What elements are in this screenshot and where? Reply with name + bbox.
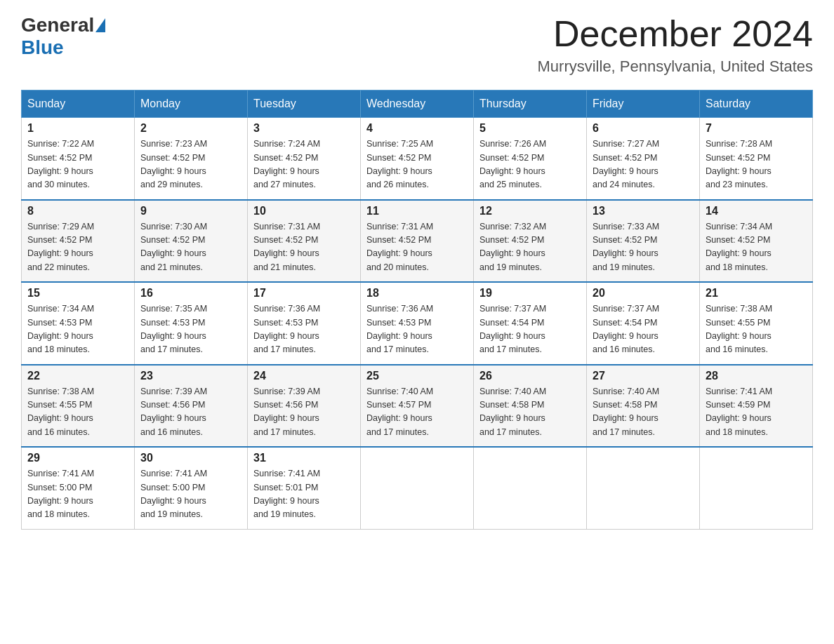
day-number: 4 [366, 122, 468, 135]
table-row [700, 447, 813, 529]
title-section: December 2024 Murrysville, Pennsylvania,… [538, 14, 814, 76]
col-tuesday: Tuesday [248, 90, 361, 118]
table-row: 6Sunrise: 7:27 AMSunset: 4:52 PMDaylight… [587, 118, 700, 200]
day-info: Sunrise: 7:40 AMSunset: 4:58 PMDaylight:… [479, 385, 581, 440]
table-row: 28Sunrise: 7:41 AMSunset: 4:59 PMDayligh… [700, 365, 813, 448]
calendar-week-3: 15Sunrise: 7:34 AMSunset: 4:53 PMDayligh… [22, 282, 813, 365]
day-info: Sunrise: 7:26 AMSunset: 4:52 PMDaylight:… [479, 137, 581, 192]
day-info: Sunrise: 7:40 AMSunset: 4:58 PMDaylight:… [593, 385, 694, 440]
day-info: Sunrise: 7:31 AMSunset: 4:52 PMDaylight:… [366, 220, 468, 275]
table-row: 22Sunrise: 7:38 AMSunset: 4:55 PMDayligh… [22, 365, 135, 448]
day-number: 23 [140, 370, 241, 382]
day-number: 16 [140, 287, 241, 300]
table-row: 21Sunrise: 7:38 AMSunset: 4:55 PMDayligh… [700, 282, 813, 365]
day-info: Sunrise: 7:27 AMSunset: 4:52 PMDaylight:… [593, 137, 694, 192]
day-info: Sunrise: 7:31 AMSunset: 4:52 PMDaylight:… [253, 220, 355, 275]
table-row: 19Sunrise: 7:37 AMSunset: 4:54 PMDayligh… [474, 282, 587, 365]
table-row: 16Sunrise: 7:35 AMSunset: 4:53 PMDayligh… [135, 282, 248, 365]
day-info: Sunrise: 7:34 AMSunset: 4:52 PMDaylight:… [706, 220, 807, 275]
table-row: 3Sunrise: 7:24 AMSunset: 4:52 PMDaylight… [248, 118, 361, 200]
col-friday: Friday [587, 90, 700, 118]
table-row: 24Sunrise: 7:39 AMSunset: 4:56 PMDayligh… [248, 365, 361, 448]
day-info: Sunrise: 7:38 AMSunset: 4:55 PMDaylight:… [27, 385, 128, 440]
day-info: Sunrise: 7:25 AMSunset: 4:52 PMDaylight:… [366, 137, 468, 192]
day-number: 19 [479, 287, 581, 300]
day-info: Sunrise: 7:41 AMSunset: 5:00 PMDaylight:… [27, 467, 128, 522]
table-row: 1Sunrise: 7:22 AMSunset: 4:52 PMDaylight… [22, 118, 135, 200]
logo: General Blue [21, 14, 107, 59]
table-row: 13Sunrise: 7:33 AMSunset: 4:52 PMDayligh… [587, 200, 700, 283]
table-row [587, 447, 700, 529]
day-number: 15 [27, 287, 128, 300]
day-info: Sunrise: 7:24 AMSunset: 4:52 PMDaylight:… [253, 137, 355, 192]
day-info: Sunrise: 7:41 AMSunset: 5:00 PMDaylight:… [140, 467, 241, 522]
day-number: 26 [479, 370, 581, 382]
day-info: Sunrise: 7:32 AMSunset: 4:52 PMDaylight:… [479, 220, 581, 275]
day-info: Sunrise: 7:29 AMSunset: 4:52 PMDaylight:… [27, 220, 128, 275]
day-info: Sunrise: 7:40 AMSunset: 4:57 PMDaylight:… [366, 385, 468, 440]
calendar-header-row: Sunday Monday Tuesday Wednesday Thursday… [22, 90, 813, 118]
location-title: Murrysville, Pennsylvania, United States [538, 58, 814, 76]
table-row: 2Sunrise: 7:23 AMSunset: 4:52 PMDaylight… [135, 118, 248, 200]
calendar-week-2: 8Sunrise: 7:29 AMSunset: 4:52 PMDaylight… [22, 200, 813, 283]
day-number: 17 [253, 287, 355, 300]
table-row: 4Sunrise: 7:25 AMSunset: 4:52 PMDaylight… [361, 118, 474, 200]
day-number: 7 [706, 122, 807, 135]
day-number: 3 [253, 122, 355, 135]
col-wednesday: Wednesday [361, 90, 474, 118]
table-row: 9Sunrise: 7:30 AMSunset: 4:52 PMDaylight… [135, 200, 248, 283]
logo-triangle-icon [95, 18, 105, 32]
calendar-week-4: 22Sunrise: 7:38 AMSunset: 4:55 PMDayligh… [22, 365, 813, 448]
col-sunday: Sunday [22, 90, 135, 118]
calendar-table: Sunday Monday Tuesday Wednesday Thursday… [21, 90, 813, 530]
day-info: Sunrise: 7:41 AMSunset: 5:01 PMDaylight:… [253, 467, 355, 522]
day-number: 31 [253, 452, 355, 464]
col-saturday: Saturday [700, 90, 813, 118]
day-number: 13 [593, 205, 694, 217]
page-header: General Blue December 2024 Murrysville, … [21, 14, 813, 76]
day-info: Sunrise: 7:39 AMSunset: 4:56 PMDaylight:… [140, 385, 241, 440]
day-info: Sunrise: 7:36 AMSunset: 4:53 PMDaylight:… [253, 302, 355, 357]
day-number: 29 [27, 452, 128, 464]
calendar-week-1: 1Sunrise: 7:22 AMSunset: 4:52 PMDaylight… [22, 118, 813, 200]
table-row: 25Sunrise: 7:40 AMSunset: 4:57 PMDayligh… [361, 365, 474, 448]
day-number: 22 [27, 370, 128, 382]
table-row: 18Sunrise: 7:36 AMSunset: 4:53 PMDayligh… [361, 282, 474, 365]
col-thursday: Thursday [474, 90, 587, 118]
table-row: 5Sunrise: 7:26 AMSunset: 4:52 PMDaylight… [474, 118, 587, 200]
table-row: 23Sunrise: 7:39 AMSunset: 4:56 PMDayligh… [135, 365, 248, 448]
day-number: 28 [706, 370, 807, 382]
day-number: 10 [253, 205, 355, 217]
day-number: 11 [366, 205, 468, 217]
logo-blue-text: Blue [21, 36, 64, 58]
day-info: Sunrise: 7:41 AMSunset: 4:59 PMDaylight:… [706, 385, 807, 440]
table-row: 8Sunrise: 7:29 AMSunset: 4:52 PMDaylight… [22, 200, 135, 283]
day-number: 20 [593, 287, 694, 300]
month-title: December 2024 [538, 14, 814, 54]
day-number: 8 [27, 205, 128, 217]
table-row: 20Sunrise: 7:37 AMSunset: 4:54 PMDayligh… [587, 282, 700, 365]
col-monday: Monday [135, 90, 248, 118]
calendar-week-5: 29Sunrise: 7:41 AMSunset: 5:00 PMDayligh… [22, 447, 813, 529]
table-row: 15Sunrise: 7:34 AMSunset: 4:53 PMDayligh… [22, 282, 135, 365]
table-row: 11Sunrise: 7:31 AMSunset: 4:52 PMDayligh… [361, 200, 474, 283]
day-number: 24 [253, 370, 355, 382]
day-number: 2 [140, 122, 241, 135]
table-row: 30Sunrise: 7:41 AMSunset: 5:00 PMDayligh… [135, 447, 248, 529]
day-info: Sunrise: 7:30 AMSunset: 4:52 PMDaylight:… [140, 220, 241, 275]
table-row: 12Sunrise: 7:32 AMSunset: 4:52 PMDayligh… [474, 200, 587, 283]
day-number: 1 [27, 122, 128, 135]
day-info: Sunrise: 7:28 AMSunset: 4:52 PMDaylight:… [706, 137, 807, 192]
table-row: 17Sunrise: 7:36 AMSunset: 4:53 PMDayligh… [248, 282, 361, 365]
table-row [361, 447, 474, 529]
day-info: Sunrise: 7:39 AMSunset: 4:56 PMDaylight:… [253, 385, 355, 440]
day-info: Sunrise: 7:35 AMSunset: 4:53 PMDaylight:… [140, 302, 241, 357]
table-row: 26Sunrise: 7:40 AMSunset: 4:58 PMDayligh… [474, 365, 587, 448]
day-number: 25 [366, 370, 468, 382]
day-number: 6 [593, 122, 694, 135]
day-info: Sunrise: 7:37 AMSunset: 4:54 PMDaylight:… [593, 302, 694, 357]
day-info: Sunrise: 7:33 AMSunset: 4:52 PMDaylight:… [593, 220, 694, 275]
table-row: 27Sunrise: 7:40 AMSunset: 4:58 PMDayligh… [587, 365, 700, 448]
day-number: 14 [706, 205, 807, 217]
day-info: Sunrise: 7:38 AMSunset: 4:55 PMDaylight:… [706, 302, 807, 357]
